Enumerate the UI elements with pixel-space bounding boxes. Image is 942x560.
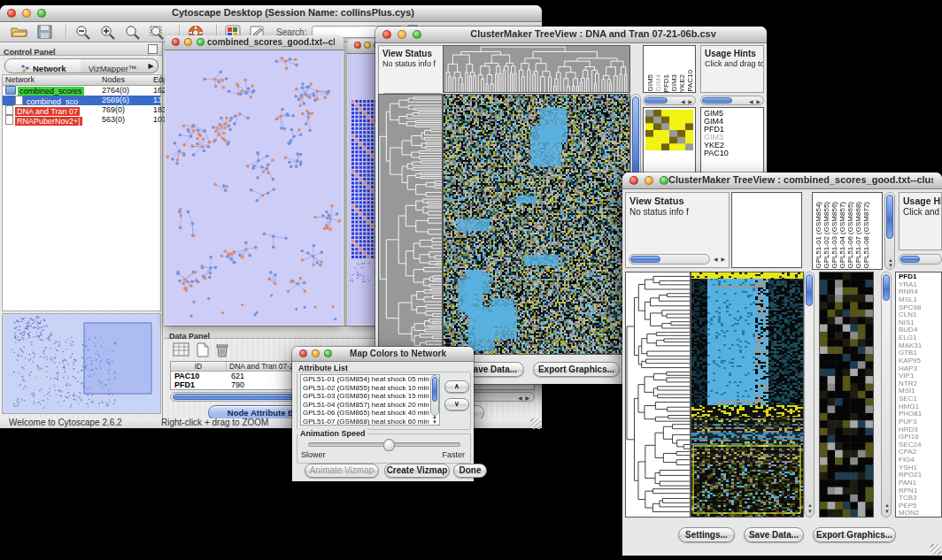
list-item[interactable]: PAC10 — [704, 150, 763, 157]
resize-grip[interactable] — [530, 418, 541, 429]
zoom-out-icon[interactable] — [74, 25, 94, 40]
close-icon[interactable] — [354, 42, 361, 49]
col-nodes[interactable]: Nodes — [102, 75, 151, 85]
list-item[interactable]: GPL51-08 (GSM872) — [862, 202, 870, 269]
column-dendrogram[interactable] — [443, 45, 630, 93]
float-panel-icon[interactable] — [148, 44, 158, 54]
resize-grip[interactable] — [930, 544, 941, 555]
open-file-icon[interactable] — [11, 25, 30, 40]
tab-vizmapper[interactable]: VizMapper™ — [81, 58, 145, 73]
treeview2-titlebar[interactable]: ClusterMaker TreeView : combined_scores_… — [622, 173, 942, 189]
network-row-combined-scores[interactable]: combined_scores 2764(0) 16218(0) — [3, 86, 160, 96]
list-item[interactable]: GPL51-06 (GSM865) — [846, 202, 854, 269]
export-graphics-button[interactable]: Export Graphics... — [533, 362, 620, 377]
network-row-selected[interactable]: combined_sco 2569(6) 13112(15) — [3, 96, 160, 105]
minimize-icon[interactable] — [645, 176, 653, 185]
detail-heatmap-canvas[interactable] — [819, 272, 874, 518]
network-row-dna-tran[interactable]: DNA and Tran 07 769(0) 183728(0) — [3, 105, 160, 115]
network-view-window: combined_scores_good.txt--cluste... — [165, 35, 344, 326]
zoom-window-icon[interactable] — [413, 30, 421, 39]
list-item[interactable]: YKE2 — [678, 74, 686, 92]
treeview1-titlebar[interactable]: ClusterMaker TreeView : DNA and Tran 07-… — [375, 27, 767, 43]
slider-knob[interactable] — [383, 439, 395, 451]
treeview2-window: ClusterMaker TreeView : combined_scores_… — [622, 173, 942, 556]
column-labels-scrollbar[interactable]: ◀ ▶ — [643, 96, 696, 105]
export-graphics-button[interactable]: Export Graphics... — [813, 527, 896, 542]
heatmap-canvas[interactable] — [443, 94, 630, 355]
datapanel-trash-icon[interactable] — [215, 342, 229, 361]
zoom-window-icon[interactable] — [197, 38, 205, 46]
usage-hints-scrollbar[interactable] — [899, 254, 942, 265]
treeview2-column-labels[interactable]: GPL51-01 (GSM854)GPL51-02 (GSM855)GPL51-… — [812, 192, 883, 270]
datapanel-new-doc-icon[interactable] — [196, 342, 210, 361]
heatmap-canvas[interactable] — [691, 272, 804, 518]
list-item[interactable]: GPL51-03 (GSM856) heat shock 15 min — [303, 392, 439, 401]
close-icon[interactable] — [7, 9, 16, 18]
list-item[interactable]: GPL51-07 (GSM868) — [854, 202, 862, 269]
view-status-scrollbar[interactable] — [629, 254, 710, 265]
close-icon[interactable] — [629, 176, 638, 185]
zoom-window-icon[interactable] — [37, 9, 46, 18]
list-item[interactable]: GIM4 — [654, 74, 662, 92]
close-icon[interactable] — [172, 38, 180, 46]
tab-network[interactable]: Network — [4, 58, 82, 73]
animation-speed-slider[interactable] — [308, 442, 460, 447]
datapanel-table-icon[interactable] — [173, 342, 190, 361]
row-dendrogram[interactable] — [625, 272, 691, 518]
main-titlebar[interactable]: Cytoscape Desktop (Session Name: collins… — [0, 5, 542, 22]
list-item[interactable]: GPL51-04 (GSM857) — [838, 202, 846, 269]
detail-vscrollbar[interactable]: ▲▼ — [881, 272, 892, 518]
list-item[interactable]: GPL51-02 (GSM855) — [822, 202, 830, 269]
close-icon[interactable] — [382, 30, 391, 39]
list-item[interactable]: GPL51-06 (GSM865) heat shock 40 min — [303, 409, 439, 418]
minimize-icon[interactable] — [312, 349, 320, 357]
list-item[interactable]: GPL51-01 (GSM854) — [815, 202, 822, 269]
minimize-icon[interactable] — [184, 38, 192, 46]
treeview1-column-labels[interactable]: GIM5GIM4PFD1GIM3YKE2PAC10 — [643, 45, 696, 93]
list-item[interactable]: GPL51-01 (GSM854) heat shock 05 min — [303, 375, 439, 384]
settings-button[interactable]: Settings... — [678, 527, 735, 542]
attribute-list[interactable]: GPL51-01 (GSM854) heat shock 05 minGPL51… — [300, 374, 440, 426]
col-network[interactable]: Network — [5, 75, 101, 85]
move-down-button[interactable]: ∨ — [444, 398, 469, 410]
usage-hints-scrollbar[interactable]: ◀ ▶ — [700, 96, 764, 105]
id-column-header[interactable]: ID — [171, 362, 227, 371]
document-icon — [5, 115, 13, 125]
zoom-in-icon[interactable] — [99, 25, 119, 40]
list-item[interactable]: GPL51-04 (GSM857) heat shock 20 min — [303, 401, 439, 410]
list-item[interactable]: GIM5 — [646, 74, 654, 92]
network-table-header[interactable]: Network Nodes Edges — [3, 75, 160, 86]
column-labels-vscrollbar[interactable]: ▲▼ — [884, 192, 895, 270]
done-button[interactable]: Done — [453, 464, 487, 478]
close-icon[interactable] — [299, 349, 307, 357]
faster-label: Faster — [442, 450, 465, 459]
zoom-window-icon[interactable] — [660, 176, 668, 185]
save-data-button[interactable]: Save Data... — [744, 527, 804, 542]
list-item[interactable]: GPL51-07 (GSM868) heat shock 60 min — [303, 418, 439, 426]
attribute-list-scrollbar[interactable] — [430, 375, 439, 416]
tab-overflow-arrow[interactable]: ▶ — [144, 58, 158, 73]
create-vizmap-button[interactable]: Create Vizmap — [384, 464, 450, 478]
list-item[interactable]: GIM3 — [670, 74, 678, 92]
network-row-rnapuber[interactable]: RNAPuberNov2+| 563(0) 107847(0) — [3, 115, 160, 125]
minimize-icon[interactable] — [22, 9, 31, 18]
list-item[interactable]: PAC10 — [686, 70, 694, 92]
heatmap-vscrollbar[interactable]: ▲▼ — [804, 272, 815, 518]
animate-vizmap-button[interactable]: Animate Vizmap — [305, 464, 379, 478]
treeview2-gene-labels[interactable]: PFD1YRA1RNR4MSL1SPC98CLN1NIS1BUD4ELG1MAK… — [895, 272, 942, 518]
correlation-matrix[interactable] — [645, 110, 693, 150]
status-welcome: Welcome to Cytoscape 2.6.2 — [9, 418, 122, 427]
minimize-icon[interactable] — [364, 42, 371, 49]
row-dendrogram[interactable] — [378, 94, 443, 355]
minimize-icon[interactable] — [398, 30, 406, 39]
data-panel-title: Data Panel — [169, 332, 210, 341]
network-canvas[interactable] — [166, 50, 343, 325]
list-item[interactable]: MON2 — [899, 510, 941, 518]
list-item[interactable]: PFD1 — [662, 74, 670, 92]
list-item[interactable]: GPL51-02 (GSM855) heat shock 10 min — [303, 384, 439, 393]
zoom-selected-icon[interactable] — [124, 25, 143, 40]
list-item[interactable]: GPL51-03 (GSM856) — [830, 202, 838, 269]
birdseye-view[interactable] — [2, 313, 161, 414]
save-icon[interactable] — [37, 25, 57, 40]
move-up-button[interactable]: ∧ — [444, 380, 469, 393]
